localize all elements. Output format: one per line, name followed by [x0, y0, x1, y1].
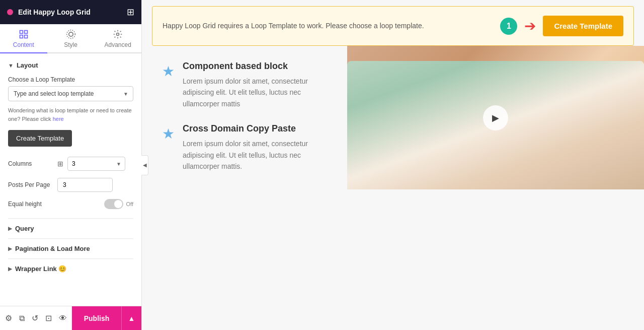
tab-content[interactable]: Content: [0, 24, 47, 53]
columns-select-wrapper: 123 456 ▼: [67, 157, 125, 171]
query-arrow: ▶: [8, 226, 12, 231]
layout-section-header[interactable]: ▼ Layout: [8, 61, 133, 69]
hint-link[interactable]: here: [53, 116, 64, 122]
pagination-section[interactable]: ▶ Pagination & Load More: [8, 238, 133, 258]
query-label: Query: [15, 225, 34, 232]
wrapper-link-arrow: ▶: [8, 266, 12, 272]
equal-height-row: Equal height Off: [8, 199, 133, 209]
equal-height-toggle[interactable]: Off: [104, 199, 133, 209]
bottom-icons: ⚙ ⧉ ↺ ⊡ 👁: [0, 313, 72, 323]
collapse-icon: ◀: [143, 162, 147, 168]
svg-rect-3: [24, 35, 27, 38]
canvas-right: ▶: [347, 46, 644, 325]
feature-item-0: ★ Component based block Lorem ipsum dolo…: [162, 61, 327, 109]
posts-per-page-row: Posts Per Page: [8, 178, 133, 192]
expand-button[interactable]: ▲: [121, 306, 141, 331]
layers-icon[interactable]: ⧉: [19, 314, 25, 323]
panel-body: ▼ Layout Choose a Loop Template Type and…: [0, 53, 141, 306]
canvas-left: ★ Component based block Lorem ipsum dolo…: [142, 46, 347, 325]
notice-create-button[interactable]: Create Template: [543, 16, 623, 36]
left-panel: Edit Happy Loop Grid ⊞ Content Style Adv…: [0, 0, 142, 330]
star-icon-1: ★: [162, 125, 175, 142]
columns-icon: ⊞: [57, 160, 63, 168]
template-icon[interactable]: ⊡: [45, 313, 52, 323]
content-icon: [19, 29, 29, 39]
publish-button[interactable]: Publish: [72, 306, 121, 331]
notice-badge: 1: [500, 18, 517, 35]
notice-banner: Happy Loop Grid requires a Loop Template…: [152, 6, 634, 46]
grid-icon[interactable]: ⊞: [127, 7, 134, 18]
tab-content-label: Content: [13, 41, 34, 48]
posts-per-page-input[interactable]: [57, 178, 113, 192]
columns-select[interactable]: 123 456: [67, 157, 125, 171]
svg-rect-0: [20, 31, 23, 34]
wrapper-link-section[interactable]: ▶ Wrapper Link 😊: [8, 258, 133, 279]
query-section[interactable]: ▶ Query: [8, 218, 133, 238]
tabs-bar: Content Style Advanced: [0, 24, 141, 53]
loop-template-select-wrapper: Type and select loop template ▼: [8, 86, 133, 101]
svg-point-6: [117, 33, 119, 36]
svg-point-5: [66, 30, 75, 39]
feature-text-0: Component based block Lorem ipsum dolor …: [183, 61, 327, 109]
svg-rect-1: [24, 31, 27, 34]
pagination-header: ▶ Pagination & Load More: [8, 245, 133, 252]
choose-template-label: Choose a Loop Template: [8, 76, 133, 83]
tab-style-label: Style: [64, 41, 77, 48]
canvas: Happy Loop Grid requires a Loop Template…: [142, 0, 644, 330]
panel-title: Edit Happy Loop Grid: [18, 8, 122, 16]
toggle-off-label: Off: [126, 201, 133, 207]
star-icon-0: ★: [162, 63, 175, 80]
bottom-bar: ⚙ ⧉ ↺ ⊡ 👁 Publish ▲: [0, 306, 141, 330]
feature-title-0: Component based block: [183, 61, 327, 72]
svg-rect-2: [20, 35, 23, 38]
toggle-switch[interactable]: [104, 199, 123, 209]
feature-desc-1: Lorem ipsum dolor sit amet, consectetur …: [183, 138, 327, 172]
hint-main: Wondering what is loop template or need …: [8, 107, 132, 122]
columns-row: Columns ⊞ 123 456 ▼: [8, 157, 133, 171]
preview-icon[interactable]: 👁: [59, 314, 67, 323]
query-header: ▶ Query: [8, 225, 133, 232]
notice-arrow-icon: ➔: [524, 18, 536, 34]
feature-desc-0: Lorem ipsum dolor sit amet, consectetur …: [183, 76, 327, 109]
feature-title-1: Cross Domain Copy Paste: [183, 123, 327, 134]
play-button[interactable]: ▶: [483, 105, 508, 130]
pagination-arrow: ▶: [8, 246, 12, 251]
columns-label: Columns: [8, 160, 53, 167]
advanced-icon: [113, 29, 123, 39]
pagination-label: Pagination & Load More: [15, 245, 90, 252]
wrapper-link-header: ▶ Wrapper Link 😊: [8, 265, 133, 273]
notice-text: Happy Loop Grid requires a Loop Template…: [163, 21, 493, 31]
tab-style[interactable]: Style: [47, 24, 95, 52]
history-icon[interactable]: ↺: [32, 313, 38, 323]
posts-per-page-label: Posts Per Page: [8, 181, 53, 188]
style-icon: [66, 29, 76, 39]
loop-template-select[interactable]: Type and select loop template: [8, 86, 133, 101]
equal-height-label: Equal height: [8, 201, 42, 208]
hint-text: Wondering what is loop template or need …: [8, 106, 133, 123]
create-template-button[interactable]: Create Template: [8, 130, 72, 147]
svg-point-4: [68, 32, 72, 36]
tab-advanced-label: Advanced: [104, 41, 131, 48]
tab-advanced[interactable]: Advanced: [94, 24, 141, 52]
header-dot: [7, 9, 13, 15]
layout-arrow: ▼: [8, 62, 14, 69]
video-thumbnail: ▶: [347, 46, 644, 189]
feature-item-1: ★ Cross Domain Copy Paste Lorem ipsum do…: [162, 123, 327, 172]
settings-icon[interactable]: ⚙: [5, 313, 12, 323]
collapse-handle[interactable]: ◀: [141, 155, 148, 175]
wrapper-link-label: Wrapper Link 😊: [15, 265, 66, 273]
feature-text-1: Cross Domain Copy Paste Lorem ipsum dolo…: [183, 123, 327, 172]
layout-label: Layout: [17, 61, 38, 69]
canvas-content: ★ Component based block Lorem ipsum dolo…: [142, 46, 644, 325]
panel-header: Edit Happy Loop Grid ⊞: [0, 0, 141, 24]
